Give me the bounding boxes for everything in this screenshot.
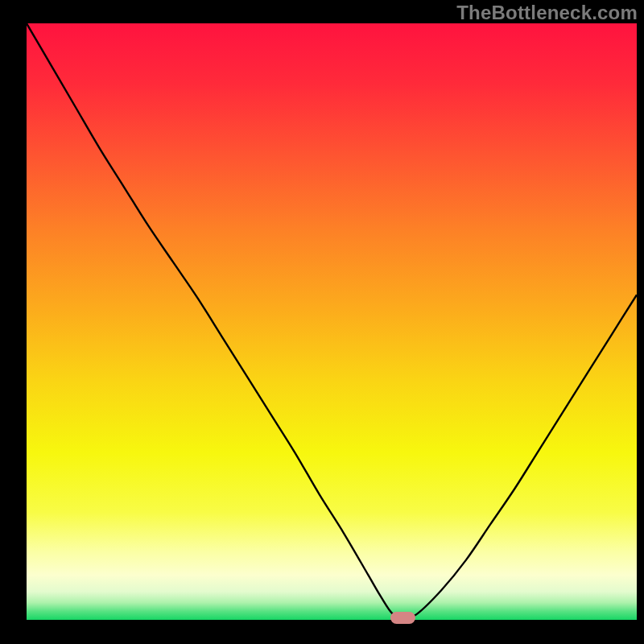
optimum-marker — [390, 612, 415, 624]
chart-canvas — [0, 0, 644, 644]
watermark-text: TheBottleneck.com — [456, 2, 638, 24]
chart-frame: TheBottleneck.com — [0, 0, 644, 644]
plot-background — [27, 23, 637, 620]
